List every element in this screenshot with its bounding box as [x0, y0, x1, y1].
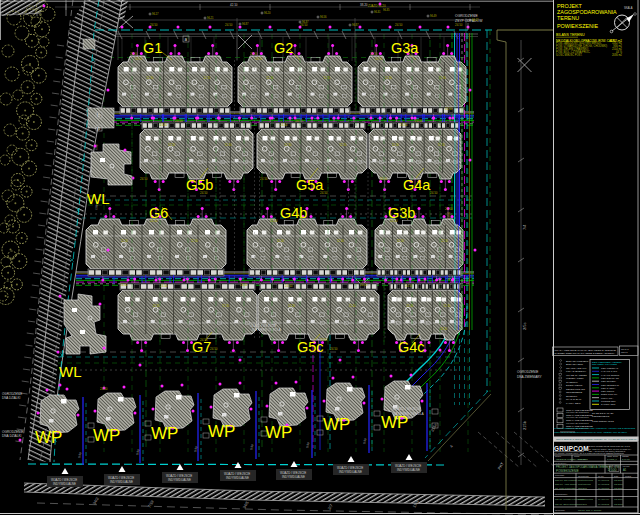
- svg-text:G4c: G4c: [398, 339, 425, 355]
- svg-text:12.30: 12.30: [407, 304, 414, 308]
- svg-text:mgr inz. Ewa Kaminska: mgr inz. Ewa Kaminska: [555, 503, 579, 505]
- svg-text:Opracowal:: Opracowal:: [555, 509, 566, 511]
- svg-text:INDYWIDUALNE: INDYWIDUALNE: [397, 468, 420, 472]
- svg-text:architektoniczna: architektoniczna: [578, 479, 594, 481]
- svg-text:12.30: 12.30: [385, 76, 392, 80]
- svg-text:12.30: 12.30: [288, 304, 295, 308]
- svg-text:12.30: 12.30: [340, 143, 347, 147]
- svg-text:WP: WP: [265, 423, 292, 442]
- svg-text:PRZYLACZA: PRZYLACZA: [601, 397, 614, 399]
- svg-text:maj 2021: maj 2021: [614, 479, 623, 481]
- svg-text:24.50: 24.50: [395, 23, 403, 27]
- svg-text:UWAGA: RYSUNEK CHRONIONY PRAWE: UWAGA: RYSUNEK CHRONIONY PRAWEM AUTORSKI…: [554, 427, 636, 429]
- svg-text:24.50: 24.50: [440, 327, 448, 331]
- svg-text:DNA DZIALKI: DNA DZIALKI: [2, 434, 22, 438]
- svg-text:96.20: 96.20: [264, 11, 271, 15]
- svg-text:MA/0003/03: MA/0003/03: [598, 487, 610, 489]
- svg-text:NIP 000-000-00-00 REGON 00000: NIP 000-000-00-00 REGON 000000000: [589, 452, 625, 454]
- svg-text:G2: G2: [274, 40, 293, 56]
- svg-text:ZSYP ODPADOW: ZSYP ODPADOW: [455, 19, 483, 23]
- svg-text:TERENU: TERENU: [557, 15, 579, 21]
- svg-text:INDYWIDUALNE: INDYWIDUALNE: [339, 470, 362, 474]
- svg-text:SIEC GAZOWA: SIEC GAZOWA: [601, 387, 616, 389]
- svg-text:WJAZD I WEJSCIE: WJAZD I WEJSCIE: [393, 407, 421, 411]
- svg-text:maj 2021: maj 2021: [614, 483, 623, 485]
- svg-text:G5c: G5c: [297, 339, 324, 355]
- svg-text:42.10: 42.10: [230, 3, 238, 7]
- svg-text:NR RYS.: NR RYS.: [621, 348, 630, 350]
- svg-text:DNA ZMIENIARY: DNA ZMIENIARY: [517, 375, 543, 379]
- svg-text:architektoniczna: architektoniczna: [578, 498, 594, 500]
- svg-text:G3b: G3b: [388, 205, 415, 221]
- svg-text:SKALA: SKALA: [606, 465, 613, 467]
- svg-text:Podpis: Podpis: [625, 475, 631, 477]
- svg-text:TEMAT: ZESPOL ZABUDOWY MIESZKA: TEMAT: ZESPOL ZABUDOWY MIESZKANIOWEJ - U…: [556, 438, 638, 440]
- svg-text:G7: G7: [192, 339, 211, 355]
- svg-text:OBREB: OBREB: [622, 455, 629, 457]
- svg-text:96.49: 96.49: [430, 14, 437, 18]
- svg-text:24.50: 24.50: [330, 347, 338, 351]
- svg-text:PZT-01: PZT-01: [621, 351, 628, 353]
- svg-text:PRACOWNIA PROJEKTOWA SP. Z O.O: PRACOWNIA PROJEKTOWA SP. Z O.O.: [554, 452, 589, 454]
- svg-text:WP: WP: [35, 428, 62, 447]
- svg-text:Temat:: Temat:: [574, 455, 580, 457]
- svg-text:G4b: G4b: [280, 205, 307, 221]
- svg-text:A1: A1: [623, 468, 627, 472]
- svg-text:maj 2021: maj 2021: [614, 503, 623, 505]
- svg-text:MA/0002/02: MA/0002/02: [598, 483, 610, 485]
- svg-text:12.30: 12.30: [285, 143, 292, 147]
- svg-text:24.50: 24.50: [270, 219, 278, 223]
- svg-text:96.35: 96.35: [383, 8, 390, 12]
- svg-text:12.30: 12.30: [153, 304, 160, 308]
- svg-text:38.20: 38.20: [360, 3, 368, 7]
- svg-text:maj 2021: maj 2021: [614, 498, 623, 500]
- svg-text:Nazwa:: Nazwa:: [555, 455, 562, 457]
- svg-text:ILOSC MIEJSC POST.: ILOSC MIEJSC POST.: [556, 53, 583, 57]
- svg-text:24.50: 24.50: [445, 107, 453, 111]
- svg-text:OGRODZENIE: OGRODZENIE: [517, 370, 538, 374]
- svg-text:SIEC OSWIETL.: SIEC OSWIETL.: [601, 380, 617, 382]
- svg-text:Nr upr.: Nr upr.: [598, 475, 604, 477]
- svg-text:WL: WL: [87, 190, 110, 207]
- svg-text:96.21: 96.21: [207, 16, 214, 20]
- svg-text:WP: WP: [323, 415, 350, 434]
- svg-text:24.50: 24.50: [150, 23, 158, 27]
- svg-text:96.87: 96.87: [352, 23, 359, 27]
- svg-text:12.30: 12.30: [397, 239, 404, 243]
- svg-text:WG PROJ. BRANZOWEGO: WG PROJ. BRANZOWEGO: [566, 422, 589, 424]
- svg-text:I n w e s t o r :: I n w e s t o r :: [555, 462, 567, 464]
- svg-text:12.30: 12.30: [191, 239, 198, 243]
- svg-text:sanitarna: sanitarna: [578, 503, 587, 505]
- svg-text:24.50: 24.50: [175, 119, 183, 123]
- svg-text:OZNACZENIA GRAFICZNE: OZNACZENIA GRAFICZNE: [592, 363, 618, 365]
- svg-text:24.50: 24.50: [375, 57, 383, 61]
- svg-text:mgr inz. arch. K. Zielinski: mgr inz. arch. K. Zielinski: [578, 509, 602, 511]
- svg-text:INDYWIDUALNE: INDYWIDUALNE: [282, 475, 305, 479]
- svg-text:12.30: 12.30: [225, 143, 232, 147]
- svg-text:24.50: 24.50: [140, 177, 148, 181]
- svg-text:24.50: 24.50: [250, 52, 258, 56]
- svg-text:12.30: 12.30: [222, 304, 229, 308]
- svg-text:96.87: 96.87: [242, 22, 249, 26]
- svg-text:Projektant: Projektant: [555, 474, 564, 476]
- svg-text:G3a: G3a: [391, 40, 419, 56]
- svg-text:GRUPCOM: GRUPCOM: [554, 445, 589, 452]
- svg-text:ZAWORY ODC.: ZAWORY ODC.: [601, 403, 616, 405]
- svg-text:DRENAZ OPASK.: DRENAZ OPASK.: [601, 393, 618, 395]
- svg-text:24.50: 24.50: [360, 283, 368, 287]
- svg-text:POWIEKSZENIE: POWIEKSZENIE: [556, 469, 579, 473]
- svg-text:12.30: 12.30: [438, 143, 445, 147]
- svg-text:G5a: G5a: [296, 177, 324, 193]
- svg-text:LINIE ROZGRANICZ.: LINIE ROZGRANICZ.: [592, 420, 615, 422]
- svg-text:12.30: 12.30: [204, 76, 211, 80]
- svg-text:MA/0001/01: MA/0001/01: [598, 479, 610, 481]
- svg-text:96.37: 96.37: [302, 20, 309, 24]
- svg-text:ZJAZD DO GARAZU: ZJAZD DO GARAZU: [592, 412, 614, 414]
- svg-text:G6: G6: [149, 205, 168, 221]
- svg-text:24.50: 24.50: [400, 123, 408, 127]
- svg-text:maj 2021: maj 2021: [578, 458, 589, 461]
- svg-text:12.30: 12.30: [441, 239, 448, 243]
- svg-text:KANALIZ. SANIT.: KANALIZ. SANIT.: [601, 370, 618, 372]
- svg-text:POWIEKSZENIE: POWIEKSZENIE: [557, 23, 598, 29]
- svg-text:SIEC TELETECHN.: SIEC TELETECHN.: [601, 384, 620, 386]
